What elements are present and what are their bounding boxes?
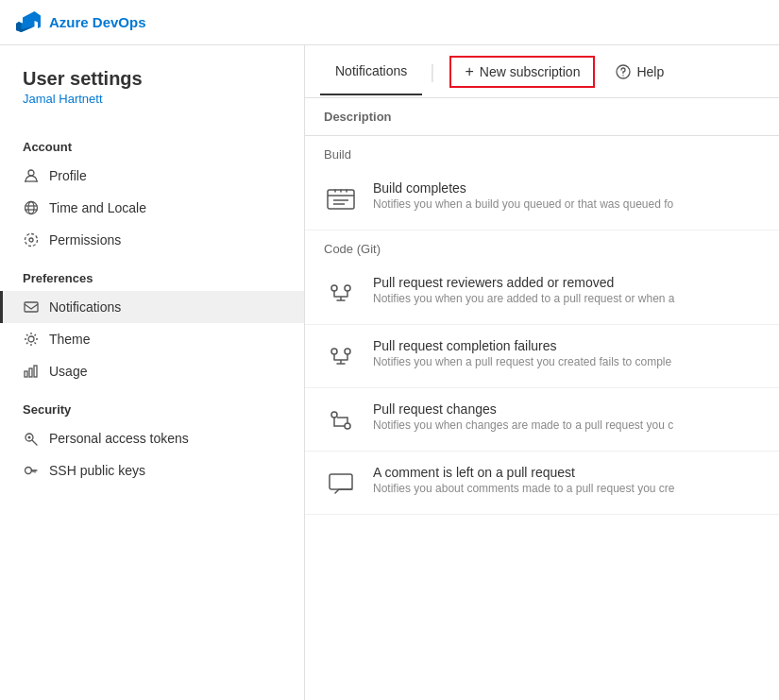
help-button[interactable]: Help bbox=[606, 59, 673, 85]
sidebar-item-personal-access-tokens[interactable]: Personal access tokens bbox=[0, 422, 304, 454]
list-item[interactable]: Pull request changes Notifies you when c… bbox=[305, 388, 779, 452]
sidebar-item-time-locale[interactable]: Time and Locale bbox=[0, 192, 304, 224]
tab-separator: | bbox=[430, 62, 434, 81]
sidebar-item-notifications[interactable]: Notifications bbox=[0, 291, 304, 323]
profile-icon bbox=[23, 167, 40, 184]
profile-label: Profile bbox=[49, 168, 87, 183]
notif-title: A comment is left on a pull request bbox=[373, 465, 760, 480]
sidebar-item-usage[interactable]: Usage bbox=[0, 355, 304, 387]
svg-point-35 bbox=[345, 423, 350, 429]
pr-changes-icon bbox=[324, 403, 358, 437]
svg-point-6 bbox=[25, 234, 38, 247]
notif-desc: Notifies you when a build you queued or … bbox=[373, 197, 760, 211]
notifications-icon bbox=[23, 299, 40, 316]
notif-comment-text: A comment is left on a pull request Noti… bbox=[373, 465, 760, 495]
svg-line-14 bbox=[26, 334, 27, 335]
notif-pr-changes-text: Pull request changes Notifies you when c… bbox=[373, 401, 760, 432]
time-locale-label: Time and Locale bbox=[49, 200, 146, 215]
sidebar-item-theme[interactable]: Theme bbox=[0, 323, 304, 355]
content-header: Notifications | + New subscription Help bbox=[305, 45, 779, 98]
notif-title: Pull request reviewers added or removed bbox=[373, 275, 760, 290]
new-subscription-button[interactable]: + New subscription bbox=[449, 56, 595, 88]
section-preferences-label: Preferences bbox=[0, 256, 304, 291]
notif-desc: Notifies you about comments made to a pu… bbox=[373, 482, 760, 495]
svg-point-9 bbox=[28, 336, 34, 342]
plus-icon: + bbox=[465, 63, 473, 80]
section-build-label: Build bbox=[305, 136, 779, 167]
pr-completion-icon bbox=[324, 340, 358, 374]
table-header-description: Description bbox=[305, 98, 779, 136]
svg-rect-20 bbox=[34, 366, 37, 377]
svg-point-0 bbox=[28, 170, 34, 176]
pat-label: Personal access tokens bbox=[49, 431, 189, 446]
section-security-label: Security bbox=[0, 387, 304, 422]
usage-label: Usage bbox=[49, 364, 87, 379]
content-body: Description Build Build completes Not bbox=[305, 98, 779, 515]
user-name: Jamal Hartnett bbox=[23, 92, 281, 106]
azure-devops-logo-icon bbox=[15, 9, 42, 36]
svg-point-7 bbox=[29, 238, 33, 242]
svg-point-25 bbox=[623, 75, 624, 76]
notif-title: Build completes bbox=[373, 180, 760, 196]
notif-pr-reviewers-text: Pull request reviewers added or removed … bbox=[373, 275, 760, 305]
notif-title: Pull request changes bbox=[373, 401, 760, 417]
app-logo[interactable]: Azure DevOps bbox=[15, 9, 146, 36]
topbar: Azure DevOps bbox=[0, 0, 779, 45]
section-account-label: Account bbox=[0, 125, 304, 160]
list-item[interactable]: Pull request reviewers added or removed … bbox=[305, 262, 779, 325]
notif-desc: Notifies you when a pull request you cre… bbox=[373, 355, 760, 368]
svg-point-3 bbox=[28, 202, 34, 214]
notif-build-completes-text: Build completes Notifies you when a buil… bbox=[373, 180, 760, 211]
pr-reviewers-icon bbox=[324, 277, 358, 311]
tab-notifications[interactable]: Notifications bbox=[320, 48, 422, 95]
ssh-icon bbox=[23, 462, 40, 479]
svg-point-2 bbox=[25, 202, 38, 214]
section-code-git-label: Code (Git) bbox=[305, 230, 779, 262]
comment-icon bbox=[324, 467, 358, 501]
pat-icon bbox=[23, 430, 40, 447]
svg-point-32 bbox=[331, 349, 337, 354]
svg-point-22 bbox=[28, 436, 31, 439]
list-item[interactable]: Pull request completion failures Notifie… bbox=[305, 325, 779, 388]
svg-point-31 bbox=[345, 285, 350, 291]
svg-rect-8 bbox=[25, 302, 38, 312]
main-layout: User settings Jamal Hartnett Account Pro… bbox=[0, 45, 779, 700]
notif-title: Pull request completion failures bbox=[373, 338, 760, 353]
sidebar: User settings Jamal Hartnett Account Pro… bbox=[0, 45, 305, 700]
svg-line-16 bbox=[35, 334, 36, 335]
svg-point-30 bbox=[331, 285, 337, 291]
permissions-label: Permissions bbox=[49, 232, 121, 248]
content-area: Notifications | + New subscription Help bbox=[305, 45, 779, 700]
theme-icon bbox=[23, 331, 40, 348]
svg-rect-26 bbox=[328, 190, 354, 209]
ssh-keys-label: SSH public keys bbox=[49, 463, 145, 478]
svg-point-34 bbox=[331, 412, 337, 418]
svg-line-17 bbox=[26, 343, 27, 344]
app-name-label: Azure DevOps bbox=[49, 14, 146, 30]
permissions-icon bbox=[23, 231, 40, 248]
svg-rect-36 bbox=[330, 474, 352, 489]
svg-rect-18 bbox=[25, 371, 27, 377]
sidebar-item-profile[interactable]: Profile bbox=[0, 160, 304, 192]
notif-desc: Notifies you when changes are made to a … bbox=[373, 418, 760, 432]
list-item[interactable]: Build completes Notifies you when a buil… bbox=[305, 167, 779, 230]
sidebar-item-permissions[interactable]: Permissions bbox=[0, 224, 304, 256]
svg-point-33 bbox=[345, 349, 350, 354]
notif-pr-completion-text: Pull request completion failures Notifie… bbox=[373, 338, 760, 368]
settings-title: User settings bbox=[23, 68, 281, 90]
globe-icon bbox=[23, 199, 40, 216]
sidebar-item-ssh-keys[interactable]: SSH public keys bbox=[0, 454, 304, 487]
help-circle-icon bbox=[616, 64, 631, 79]
sidebar-header: User settings Jamal Hartnett bbox=[0, 68, 304, 125]
notif-desc: Notifies you when you are added to a pul… bbox=[373, 292, 760, 305]
build-icon bbox=[324, 182, 358, 216]
notifications-label: Notifications bbox=[49, 299, 121, 315]
theme-label: Theme bbox=[49, 332, 91, 347]
usage-icon bbox=[23, 363, 40, 380]
list-item[interactable]: A comment is left on a pull request Noti… bbox=[305, 452, 779, 515]
svg-rect-19 bbox=[29, 368, 32, 377]
svg-line-15 bbox=[35, 343, 36, 344]
